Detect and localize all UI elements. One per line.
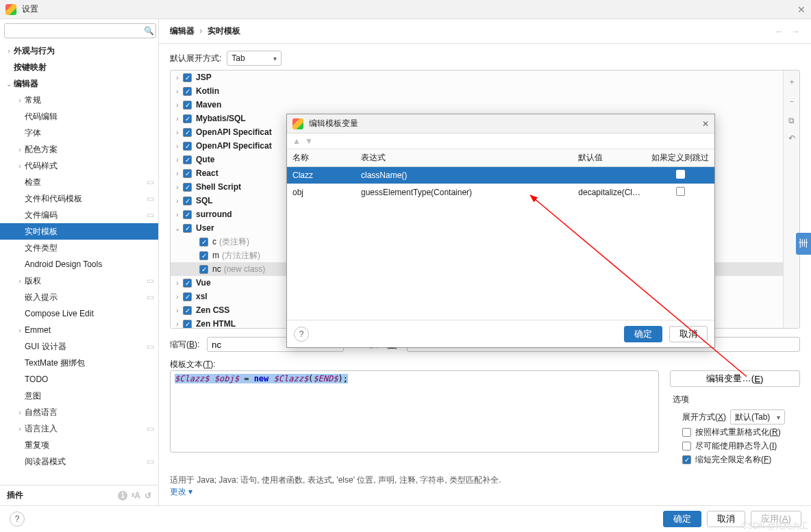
group-checkbox[interactable]: ✓ xyxy=(183,114,192,123)
cancel-button[interactable]: 取消 xyxy=(707,511,745,527)
group-checkbox[interactable]: ✓ xyxy=(183,292,192,301)
table-row[interactable]: ClazzclassName() xyxy=(287,167,714,184)
sidebar-item[interactable]: TextMate 捆绑包 xyxy=(0,355,158,371)
plugins-label[interactable]: 插件 xyxy=(7,490,23,501)
sidebar-item[interactable]: 按键映射 xyxy=(0,59,158,75)
sidebar-item[interactable]: 代码编辑 xyxy=(0,108,158,125)
template-group[interactable]: ›✓JSP xyxy=(171,71,783,84)
project-level-icon: ▭ xyxy=(147,177,154,187)
group-checkbox[interactable]: ✓ xyxy=(183,87,192,96)
sidebar-item[interactable]: 文件类型 xyxy=(0,240,158,256)
col-name[interactable]: 名称 xyxy=(287,149,355,167)
group-checkbox[interactable]: ✓ xyxy=(183,279,192,288)
shorten-fqn-checkbox[interactable]: ✓ xyxy=(682,455,691,464)
help-icon[interactable]: ? xyxy=(10,511,25,527)
group-checkbox[interactable]: ✓ xyxy=(183,128,192,137)
app-icon xyxy=(292,118,303,129)
sidebar-item[interactable]: Android Design Tools xyxy=(0,256,158,273)
change-context-link[interactable]: 更改 ▾ xyxy=(170,487,192,496)
sidebar-footer: 插件 1 ᵡA ↺ xyxy=(0,485,158,505)
sidebar-item[interactable]: 文件编码▭ xyxy=(0,207,158,223)
sidebar-item[interactable]: ›自然语言 xyxy=(0,404,158,420)
sidebar-item[interactable]: ›版权▭ xyxy=(0,273,158,289)
sidebar-item[interactable]: 重复项 xyxy=(0,437,158,453)
reformat-checkbox[interactable] xyxy=(682,428,691,437)
edit-variables-button[interactable]: 编辑变量…(E) xyxy=(670,370,800,387)
move-up-icon[interactable]: ▲ xyxy=(292,136,301,146)
sidebar-item[interactable]: ›Emmet xyxy=(0,322,158,338)
group-checkbox[interactable]: ✓ xyxy=(183,169,192,178)
edit-template-variables-dialog: 编辑模板变量 ✕ ▲ ▼ 名称 表达式 默认值 如果定义则跳过 Clazzcla… xyxy=(286,114,715,348)
group-checkbox[interactable]: ✓ xyxy=(183,224,192,233)
close-icon[interactable]: ✕ xyxy=(702,119,709,129)
group-checkbox[interactable]: ✓ xyxy=(183,142,192,151)
template-checkbox[interactable]: ✓ xyxy=(199,265,208,274)
sidebar-item[interactable]: 阅读器模式▭ xyxy=(0,453,158,470)
variables-table[interactable]: 名称 表达式 默认值 如果定义则跳过 ClazzclassName()objgu… xyxy=(287,149,714,201)
template-text-label: 模板文本(T): xyxy=(170,359,800,370)
nav-fwd-icon[interactable]: → xyxy=(792,27,800,36)
sidebar-item[interactable]: ›外观与行为 xyxy=(0,42,158,59)
move-down-icon[interactable]: ▼ xyxy=(305,136,313,146)
remove-icon[interactable]: － xyxy=(788,96,796,107)
template-group[interactable]: ›✓Kotlin xyxy=(171,84,783,98)
abbrev-label: 缩写(B): xyxy=(170,339,201,351)
search-icon[interactable]: 🔍 xyxy=(144,26,154,36)
nav-back-icon[interactable]: ← xyxy=(775,27,784,36)
template-group[interactable]: ›✓Maven xyxy=(171,98,783,112)
template-text-editor[interactable]: $Clazz$ $obj$ = new $Clazz$($END$); xyxy=(170,370,659,453)
template-checkbox[interactable]: ✓ xyxy=(199,238,208,246)
group-checkbox[interactable]: ✓ xyxy=(183,155,192,164)
translate-icon[interactable]: ᵡA xyxy=(132,491,140,501)
group-checkbox[interactable]: ✓ xyxy=(183,197,192,205)
sidebar-item[interactable]: 嵌入提示▭ xyxy=(0,289,158,305)
sidebar-item[interactable]: ›代码样式 xyxy=(0,157,158,174)
group-checkbox[interactable]: ✓ xyxy=(183,101,192,110)
restore-icon[interactable]: ↺ xyxy=(145,491,151,501)
sidebar-item[interactable]: TODO xyxy=(0,371,158,388)
search-input[interactable] xyxy=(4,23,156,38)
expand-with-dropdown[interactable]: 默认(Tab) xyxy=(730,409,785,425)
ok-button[interactable]: 确定 xyxy=(663,511,701,527)
revert-icon[interactable]: ↶ xyxy=(788,134,795,143)
sidebar-item[interactable]: Compose Live Edit xyxy=(0,305,158,322)
apply-button[interactable]: 应用(A) xyxy=(751,511,801,527)
col-expression[interactable]: 表达式 xyxy=(355,149,573,167)
dialog-buttons: ? 确定 取消 应用(A) xyxy=(0,505,811,531)
plugins-badge: 1 xyxy=(118,491,127,501)
skip-checkbox[interactable] xyxy=(676,170,685,179)
group-checkbox[interactable]: ✓ xyxy=(183,320,192,329)
sidebar-item[interactable]: ›配色方案 xyxy=(0,141,158,157)
group-checkbox[interactable]: ✓ xyxy=(183,306,192,315)
skip-checkbox[interactable] xyxy=(676,187,685,196)
sidebar-item[interactable]: ⌄编辑器 xyxy=(0,75,158,92)
copy-icon[interactable]: ⧉ xyxy=(788,116,795,125)
static-import-checkbox[interactable] xyxy=(682,442,691,451)
template-checkbox[interactable]: ✓ xyxy=(199,251,208,260)
dialog-cancel-button[interactable]: 取消 xyxy=(669,326,708,342)
dialog-ok-button[interactable]: 确定 xyxy=(624,326,662,342)
sidebar-item[interactable]: GUI 设计器▭ xyxy=(0,338,158,355)
sidebar-item[interactable]: ›语言注入▭ xyxy=(0,420,158,437)
col-default[interactable]: 默认值 xyxy=(573,149,646,167)
project-level-icon: ▭ xyxy=(147,194,154,203)
sidebar-item[interactable]: 意图 xyxy=(0,388,158,404)
project-level-icon: ▭ xyxy=(147,292,154,302)
close-icon[interactable]: ✕ xyxy=(797,4,806,15)
side-tool-tab[interactable]: 卌 xyxy=(796,233,811,255)
help-icon[interactable]: ? xyxy=(294,327,309,342)
col-skip[interactable]: 如果定义则跳过 xyxy=(646,149,714,167)
sidebar-item[interactable]: 文件和代码模板▭ xyxy=(0,190,158,207)
default-expand-dropdown[interactable]: Tab xyxy=(227,51,282,66)
group-checkbox[interactable]: ✓ xyxy=(183,183,192,192)
sidebar-item[interactable]: ›常规 xyxy=(0,92,158,108)
breadcrumb: 编辑器 › 实时模板 xyxy=(170,25,240,37)
sidebar-item[interactable]: 字体 xyxy=(0,125,158,141)
group-checkbox[interactable]: ✓ xyxy=(183,210,192,219)
add-icon[interactable]: ＋ xyxy=(788,76,796,88)
table-row[interactable]: objguessElementType(Container)decapitali… xyxy=(287,184,714,201)
group-checkbox[interactable]: ✓ xyxy=(183,73,192,82)
sidebar-item[interactable]: 检查▭ xyxy=(0,174,158,190)
sidebar-item[interactable]: 实时模板 xyxy=(0,223,158,240)
title-bar: 设置 ✕ xyxy=(0,0,811,19)
